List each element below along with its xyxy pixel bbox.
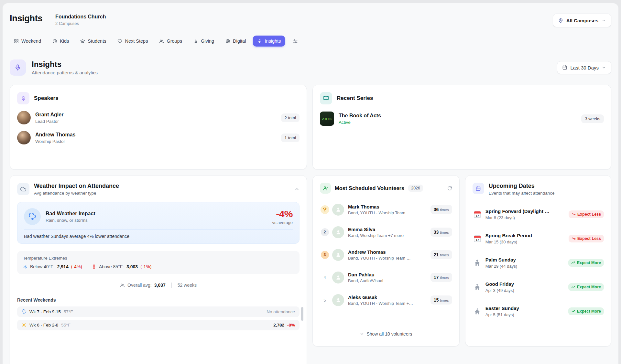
org-campus-count: 2 Campuses — [55, 21, 106, 26]
calendar-page-icon: 17 — [473, 235, 482, 242]
sun-icon — [22, 323, 27, 327]
grid-icon — [14, 39, 19, 44]
scrollbar-thumb[interactable] — [301, 307, 303, 321]
volunteer-name: Andrew Thomas — [348, 249, 411, 255]
collapse-section-button[interactable] — [294, 187, 300, 192]
series-name: The Book of Acts — [339, 113, 381, 119]
avatar — [332, 226, 344, 238]
impact-subtitle: Rain, snow, or storms — [46, 218, 95, 223]
weekend-temp: 57°F — [64, 309, 73, 314]
weekend-attendance: 2,782 — [273, 323, 284, 327]
refresh-button[interactable] — [447, 186, 452, 191]
weekend-row: Wk 6 · Feb 2-8 55°F 2,782 -8% — [17, 320, 300, 330]
times-count: 33 — [434, 230, 439, 235]
church-icon — [473, 307, 482, 315]
hot-value: 3,003 — [126, 264, 138, 269]
volunteers-list: Mark Thomas Band, YOUTH - Worship Team …… — [320, 198, 452, 326]
volunteer-name: Mark Thomas — [348, 204, 411, 209]
event-name: Palm Sunday — [485, 257, 560, 262]
times-count: 36 — [434, 207, 439, 212]
page-title: Insights — [32, 60, 98, 69]
times-unit: times — [440, 208, 449, 212]
overall-value: 3,037 — [154, 283, 166, 288]
tab-kids[interactable]: Kids — [48, 36, 73, 47]
volunteer-teams: Band, YOUTH - Worship Team … — [348, 256, 411, 261]
speaker-row[interactable]: Grant Agler Lead Pastor 2 total — [17, 111, 300, 124]
tab-insights[interactable]: Insights — [253, 36, 285, 47]
avatar — [332, 272, 344, 284]
event-date: Apr 3 (49 days) — [485, 288, 568, 293]
speaker-name: Grant Agler — [35, 112, 63, 118]
expect-more-badge: Expect More — [568, 259, 604, 267]
rank-badge: 3 — [321, 251, 329, 259]
church-icon — [473, 283, 482, 291]
app-title: Insights — [10, 14, 42, 24]
page-header: Insights Attendance patterns & analytics… — [10, 59, 611, 76]
expect-less-badge: Expect Less — [569, 235, 604, 242]
trophy-icon — [321, 205, 329, 214]
trend-up-icon — [571, 285, 575, 289]
date-range-label: Last 30 Days — [570, 65, 599, 70]
primary-nav: Weekend Kids Students Next Steps Groups … — [10, 36, 611, 47]
series-row[interactable]: ACTS The Book of Acts Active 3 weeks — [320, 112, 604, 126]
show-all-volunteers-button[interactable]: Show all 10 volunteers — [320, 329, 452, 339]
volunteer-row[interactable]: Mark Thomas Band, YOUTH - Worship Team …… — [320, 198, 452, 221]
avatar — [17, 131, 31, 145]
tab-groups[interactable]: Groups — [155, 36, 186, 47]
times-unit: times — [440, 298, 449, 302]
snowflake-icon — [23, 264, 27, 269]
chevron-up-icon — [294, 187, 300, 192]
nav-options-button[interactable] — [290, 36, 300, 47]
trend-down-icon — [572, 212, 576, 216]
chevron-down-icon — [602, 65, 606, 70]
volunteer-row[interactable]: 4 Dan Pahlau Band, Audio/Visual 17 times — [320, 266, 452, 289]
svg-text:17: 17 — [475, 213, 479, 217]
tab-weekend[interactable]: Weekend — [10, 36, 45, 47]
volunteer-teams: Band, YOUTH - Worship Team +… — [348, 301, 413, 306]
cold-label: Below 40°F: — [30, 264, 55, 269]
heart-icon — [117, 39, 122, 44]
avatar — [332, 204, 344, 216]
tab-digital[interactable]: Digital — [221, 36, 250, 47]
tab-next-steps[interactable]: Next Steps — [113, 36, 152, 47]
trend-down-icon — [572, 236, 576, 241]
campus-selector[interactable]: All Campuses — [553, 14, 611, 27]
times-badge: 21 times — [430, 250, 452, 259]
upcoming-subtitle: Events that may affect attendance — [489, 191, 555, 196]
expect-less-badge: Expect Less — [569, 210, 604, 218]
volunteer-teams: Band, Audio/Visual — [348, 278, 383, 283]
mic-icon — [257, 39, 262, 44]
date-range-selector[interactable]: Last 30 Days — [557, 61, 611, 74]
rank-number: 4 — [323, 275, 326, 280]
volunteer-row[interactable]: 3 Andrew Thomas Band, YOUTH - Worship Te… — [320, 243, 452, 266]
event-name: Spring Forward (Daylight … — [485, 209, 560, 214]
weekend-label: Wk 6 · Feb 2-8 — [29, 323, 58, 327]
times-badge: 17 times — [430, 273, 452, 282]
upcoming-row: Good Friday Apr 3 (49 days) Expect More — [473, 275, 604, 299]
tab-students[interactable]: Students — [76, 36, 110, 47]
church-icon — [473, 259, 482, 266]
weeks-count: 52 weeks — [178, 283, 197, 288]
volunteer-row[interactable]: 2 Emma Silva Band, Worship Team +7 more … — [320, 221, 452, 243]
times-unit: times — [440, 276, 449, 280]
recent-weekends-list: Wk 7 · Feb 9-15 57°F No attendance Wk 6 … — [17, 306, 300, 330]
tab-label: Giving — [201, 38, 214, 44]
users-icon — [159, 39, 164, 44]
tab-label: Weekend — [21, 38, 41, 44]
upcoming-row: Palm Sunday Mar 29 (44 days) Expect More — [473, 251, 604, 275]
speaker-row[interactable]: Andrew Thomas Worship Pastor 1 total — [17, 131, 300, 145]
tab-giving[interactable]: Giving — [189, 36, 218, 47]
event-date: Mar 15 (30 days) — [485, 240, 569, 244]
page-subtitle: Attendance patterns & analytics — [32, 70, 98, 75]
cold-delta: (-4%) — [71, 264, 82, 269]
speakers-card: Speakers Grant Agler Lead Pastor 2 total… — [10, 85, 307, 170]
upcoming-list: 17 Spring Forward (Daylight … Mar 8 (23 … — [473, 202, 604, 323]
impact-vs-label: vs average — [272, 220, 293, 225]
speaker-role: Worship Pastor — [35, 139, 75, 144]
weather-subtitle: Avg attendance by weather type — [34, 191, 119, 196]
mic-icon — [17, 92, 29, 104]
times-count: 17 — [434, 275, 439, 280]
volunteer-row[interactable]: 5 Aleks Gusak Band, YOUTH - Worship Team… — [320, 289, 452, 311]
weekend-note: No attendance — [267, 309, 295, 314]
overall-average-row: Overall avg: 3,037 52 weeks — [17, 283, 300, 288]
